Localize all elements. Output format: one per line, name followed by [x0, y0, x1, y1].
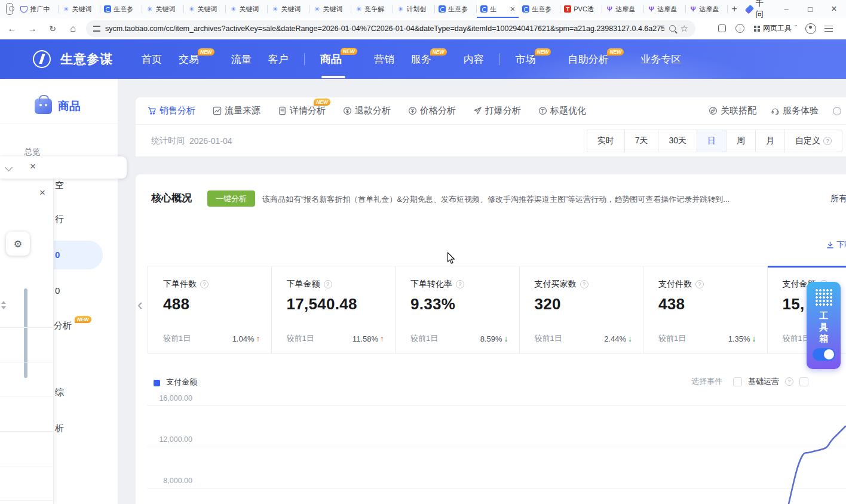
browser-tab[interactable]: 关键词 [268, 0, 309, 18]
home-icon[interactable] [65, 20, 81, 37]
profile-avatar[interactable] [805, 23, 816, 34]
terminal-selector-clipped[interactable]: 所有 [830, 193, 846, 204]
browser-menu-icon[interactable] [824, 26, 833, 32]
help-icon[interactable] [324, 280, 332, 288]
settings-gear-icon[interactable] [6, 232, 30, 256]
browser-tab[interactable]: 关键词 [59, 0, 100, 18]
sidebar-item-fragment[interactable]: 综 [55, 387, 64, 398]
tab-title-optimization[interactable]: 标题优化 [538, 105, 586, 116]
download-link[interactable]: 下载 [826, 239, 846, 250]
help-icon[interactable] [785, 377, 793, 386]
tab-explosive-analysis[interactable]: 打爆分析 [473, 105, 521, 116]
tab-refund-analysis[interactable]: 退款分析 [343, 105, 391, 116]
address-bar[interactable]: sycm.taobao.com/cc/item_archives?activeK… [86, 20, 695, 37]
metric-card[interactable]: 下单件数 488 较前1日 1.04% [148, 266, 272, 354]
close-icon[interactable] [30, 161, 36, 173]
help-icon[interactable] [695, 280, 704, 288]
browser-tab[interactable]: 达摩盘 [686, 0, 728, 18]
browser-tab[interactable]: 推广中 [17, 0, 59, 18]
legend-label[interactable]: 支付金额 [166, 377, 197, 388]
minimize-icon[interactable] [774, 0, 798, 18]
sidebar-item-fragment[interactable]: 空 [55, 180, 64, 191]
nav-item-home[interactable]: 首页 [142, 53, 162, 66]
nav-item-traffic[interactable]: 流量 [231, 53, 252, 66]
sidebar-item-fragment[interactable]: 析 [55, 423, 64, 434]
date-range-button[interactable]: 周 [726, 130, 756, 152]
basic-ops-checkbox[interactable] [733, 377, 742, 386]
scrollbar-thumb[interactable] [24, 288, 27, 378]
chevron-down-icon[interactable] [5, 164, 13, 171]
tab-detail-analysis[interactable]: 详情分析 NEW [278, 105, 326, 116]
tab-price-analysis[interactable]: 价格分析 [408, 105, 456, 116]
metric-card[interactable]: 支付件数 438 较前1日 1.35% [643, 266, 768, 354]
date-range-button[interactable]: 日 [697, 130, 727, 152]
browser-tab[interactable]: 计划创 [393, 0, 435, 18]
new-tab-button[interactable] [730, 2, 738, 16]
toolbox-widget[interactable]: 工具箱 [807, 282, 841, 369]
url-text[interactable]: sycm.taobao.com/cc/item_archives?activeK… [105, 24, 664, 33]
sidebar-item-fragment[interactable]: 分析 [54, 320, 72, 331]
browser-tab[interactable]: 关键词 [142, 0, 184, 18]
browser-tab[interactable]: 达摩盘 [602, 0, 644, 18]
browser-tab[interactable]: 竞争解 [351, 0, 393, 18]
one-click-analyze-button[interactable]: 一键分析 [207, 190, 255, 207]
browser-tab[interactable]: 关键词 [309, 0, 351, 18]
browser-tab[interactable]: 生意参 [519, 0, 560, 18]
sidebar-item-fragment[interactable]: 0 [55, 285, 60, 296]
help-icon[interactable] [456, 280, 464, 288]
close-window-icon[interactable] [822, 0, 846, 18]
bookmark-star-icon[interactable] [681, 23, 688, 34]
cards-scroll-left-icon[interactable] [137, 296, 143, 314]
qianwen-assistant-button[interactable]: 千问 [738, 0, 774, 20]
reload-icon[interactable] [44, 20, 61, 37]
help-icon[interactable] [200, 280, 209, 288]
tab-close-icon[interactable] [510, 4, 515, 14]
tab-traffic-source[interactable]: 流量来源 [213, 105, 260, 116]
nav-item-self-analysis[interactable]: 自助分析NEW [568, 53, 624, 66]
nav-item-trade[interactable]: 交易NEW [179, 53, 214, 66]
metric-card[interactable]: 下单金额 17,540.48 较前1日 11.58% [272, 266, 396, 354]
second-event-checkbox[interactable] [799, 377, 808, 386]
date-range-button[interactable]: 自定义 [784, 130, 842, 152]
sidebar-item-selected-pill[interactable] [53, 241, 103, 269]
nav-item-customer[interactable]: 客户 [268, 53, 289, 66]
browser-tab[interactable]: 关键词 [226, 0, 268, 18]
nav-item-market[interactable]: 市场NEW [516, 53, 551, 66]
nav-item-business-zone[interactable]: 业务专区 [640, 53, 681, 66]
browser-tab[interactable]: 生意参 [100, 0, 142, 18]
browser-tab[interactable]: 生意参 [435, 0, 477, 18]
clipped-menu-icon[interactable] [833, 107, 841, 115]
maximize-icon[interactable] [798, 0, 822, 18]
help-icon[interactable] [580, 280, 588, 288]
date-range-button[interactable]: 月 [755, 130, 785, 152]
nav-item-content[interactable]: 内容 [464, 53, 484, 66]
back-icon[interactable] [4, 20, 20, 37]
sort-icon[interactable] [1, 301, 6, 309]
nav-item-marketing[interactable]: 营销 [374, 53, 394, 66]
tab-search-icon[interactable] [6, 3, 13, 15]
sidebar-item-fragment[interactable]: 行 [55, 214, 64, 225]
nav-item-service[interactable]: 服务NEW [411, 53, 447, 66]
stat-time-value[interactable]: 2026-01-04 [189, 136, 232, 146]
date-range-button[interactable]: 实时 [587, 130, 625, 152]
site-settings-icon[interactable] [93, 26, 100, 32]
nav-item-product[interactable]: 商品NEW [320, 52, 357, 66]
service-experience-link[interactable]: 服务体验 [771, 105, 819, 116]
metric-card[interactable]: 支付买家数 320 较前1日 2.44% [520, 266, 644, 354]
toolbox-toggle[interactable] [813, 348, 835, 361]
browser-tab[interactable]: PVC透 [560, 0, 602, 18]
close-icon[interactable] [39, 187, 45, 199]
sidebar-item-fragment-selected[interactable]: 0 [55, 250, 60, 260]
metric-card[interactable]: 下单转化率 9.33% 较前1日 8.59% [396, 266, 520, 354]
zoom-page-icon[interactable] [669, 25, 676, 32]
extensions-icon[interactable] [718, 24, 726, 32]
browser-tab[interactable]: 关键词 [184, 0, 226, 18]
webtools-menu[interactable]: 网页工具 [754, 23, 797, 33]
browser-tab[interactable]: 生 [477, 0, 519, 18]
forward-icon[interactable] [24, 20, 41, 37]
browser-tab[interactable]: 达摩盘 [644, 0, 686, 18]
date-range-button[interactable]: 30天 [658, 130, 697, 152]
downloads-icon[interactable] [735, 24, 744, 33]
date-range-button[interactable]: 7天 [624, 130, 659, 152]
tab-sales-analysis[interactable]: 销售分析 [148, 105, 195, 116]
